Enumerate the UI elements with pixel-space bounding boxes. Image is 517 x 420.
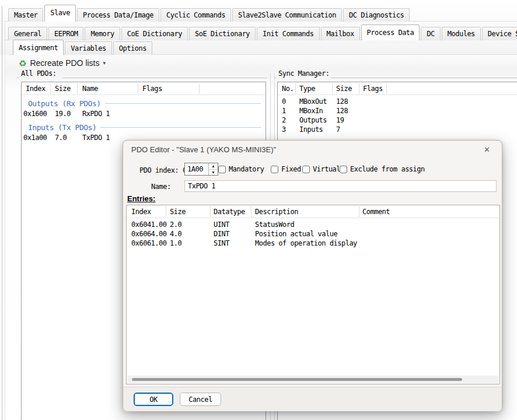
group-rule (100, 127, 261, 128)
tab-master[interactable]: Master (8, 8, 43, 22)
cancel-button[interactable]: Cancel (180, 393, 221, 406)
cell-flags (359, 116, 386, 125)
sync-manager-header: No. Type Size Flags (278, 82, 517, 95)
tab-slave[interactable]: Slave (44, 5, 76, 22)
cell-flags (359, 106, 386, 116)
entries-header: Index Size Datatype Description Comment (127, 205, 499, 218)
header-separator (210, 206, 211, 217)
cell-type: Outputs (295, 116, 332, 125)
pdo-index-stepper[interactable]: ▲ ▼ (184, 163, 218, 176)
checkbox-box[interactable] (340, 166, 347, 173)
virtual-label: Virtual (313, 165, 340, 173)
col-flags: Flags (359, 85, 386, 93)
cell-type: MBoxIn (295, 106, 332, 116)
tab-memory[interactable]: Memory (85, 27, 120, 40)
cell-no: 2 (278, 116, 295, 125)
tab-assignment[interactable]: Assignment (13, 40, 64, 55)
main-tabstrip: Master Slave Process Data/Image Cyclic C… (8, 5, 411, 22)
dialog-footer: OK Cancel (123, 387, 502, 411)
tab-slave2slave-communication[interactable]: Slave2Slave Communication (232, 8, 342, 22)
cell-size: 19.0 (50, 109, 77, 119)
header-separator (359, 83, 359, 94)
pdo-index-input[interactable] (185, 163, 208, 175)
col-name: Name (77, 85, 138, 93)
ok-button[interactable]: OK (134, 393, 173, 406)
col-size: Size (166, 208, 210, 216)
cell-datatype: UINT (210, 220, 251, 229)
all-pdos-group-label: All PDOs: (21, 69, 57, 78)
tab-process-data-image[interactable]: Process Data/Image (77, 8, 159, 22)
chevron-down-icon: ▾ (103, 60, 106, 66)
sync-row-0[interactable]: 0 MBoxOut 128 (278, 97, 517, 106)
header-separator (77, 83, 78, 94)
fixed-checkbox[interactable]: Fixed (271, 164, 301, 174)
sync-row-2[interactable]: 2 Outputs 19 (278, 116, 517, 125)
tab-general[interactable]: General (8, 27, 47, 40)
entry-row-0x6064[interactable]: 0x6064.00 4.0 DINT Position actual value (127, 229, 499, 239)
cell-no: 3 (278, 125, 295, 134)
stepper-buttons[interactable]: ▲ ▼ (208, 163, 218, 175)
scrollbar-thumb[interactable] (132, 378, 462, 381)
checkbox-box[interactable] (302, 166, 310, 173)
tab-dc[interactable]: DC (421, 27, 440, 40)
recreate-pdo-lists-button[interactable]: ♻ Recreate PDO lists ▾ (15, 57, 109, 69)
tab-eeprom[interactable]: EEPROM (48, 27, 83, 40)
cell-size: 19 (332, 116, 359, 125)
entry-row-0x6061[interactable]: 0x6061.00 1.0 SINT Modes of operation di… (127, 239, 499, 248)
mandatory-label: Mandatory (229, 165, 264, 173)
checkbox-box[interactable] (271, 166, 278, 173)
entry-row-0x6041[interactable]: 0x6041.00 2.0 UINT StatusWord (127, 220, 499, 229)
tab-soe-dictionary[interactable]: SoE Dictionary (189, 27, 256, 40)
tab-modules[interactable]: Modules (442, 27, 481, 40)
cell-index: 0x6064.00 (127, 229, 166, 239)
cell-comment (359, 239, 499, 248)
tab-process-data[interactable]: Process Data (361, 24, 420, 40)
entries-table[interactable]: Index Size Datatype Description Comment … (126, 205, 500, 384)
dialog-titlebar[interactable]: PDO Editor - "Slave 1 (YAKO MS-MINI3E)" … (123, 141, 502, 158)
checkbox-box[interactable] (218, 166, 226, 173)
cell-flags (359, 125, 386, 134)
cell-size: 2.0 (166, 220, 210, 229)
name-label: Name: (151, 183, 171, 191)
col-size: Size (332, 85, 359, 93)
cell-index: 0x1a00 (22, 133, 50, 143)
tab-options[interactable]: Options (113, 41, 152, 55)
header-separator (295, 83, 296, 94)
cell-flags (359, 97, 386, 106)
window-left-border (2, 6, 2, 420)
header-separator (166, 206, 166, 217)
entries-label: Entries: (127, 194, 155, 203)
spin-up-icon[interactable]: ▲ (209, 163, 218, 170)
tab-variables[interactable]: Variables (65, 41, 112, 55)
sync-row-1[interactable]: 1 MBoxIn 128 (278, 106, 517, 116)
col-flags: Flags (138, 85, 199, 93)
tab-device-specific[interactable]: Device Specific (482, 27, 517, 40)
close-icon[interactable]: ✕ (481, 144, 492, 155)
cell-index: 0x1600 (22, 109, 50, 119)
tab-init-commands[interactable]: Init Commands (257, 27, 319, 40)
cell-description: StatusWord (251, 220, 359, 229)
recreate-pdo-lists-label: Recreate PDO lists (30, 58, 99, 68)
horizontal-scrollbar[interactable] (127, 376, 499, 383)
tab-mailbox[interactable]: Mailbox (321, 27, 360, 40)
exclude-from-assign-checkbox[interactable]: Exclude from assign (340, 164, 425, 174)
mandatory-checkbox[interactable]: Mandatory (218, 164, 264, 174)
tab-cyclic-commands[interactable]: Cyclic Commands (160, 8, 231, 22)
recycle-icon: ♻ (19, 59, 26, 68)
col-datatype: Datatype (210, 208, 251, 216)
sync-row-3[interactable]: 3 Inputs 7 (278, 125, 517, 134)
pdo-index-label: PDO index: 0x (139, 164, 190, 177)
spin-down-icon[interactable]: ▼ (209, 170, 218, 176)
pdo-row-0x1600[interactable]: 0x1600 19.0 RxPDO 1 (22, 109, 266, 119)
tab-coe-dictionary[interactable]: CoE Dictionary (121, 27, 188, 40)
virtual-checkbox[interactable]: Virtual (302, 164, 340, 174)
group-rule (105, 103, 261, 104)
cell-name: RxPDO 1 (77, 109, 138, 119)
cell-size: 7 (332, 125, 359, 134)
cell-description: Position actual value (251, 229, 359, 239)
tab-dc-diagnostics[interactable]: DC Diagnostics (343, 8, 410, 22)
header-separator (199, 83, 200, 94)
name-field[interactable] (184, 180, 497, 192)
sync-manager-groupline-left (274, 78, 277, 78)
cell-flags (138, 109, 199, 119)
